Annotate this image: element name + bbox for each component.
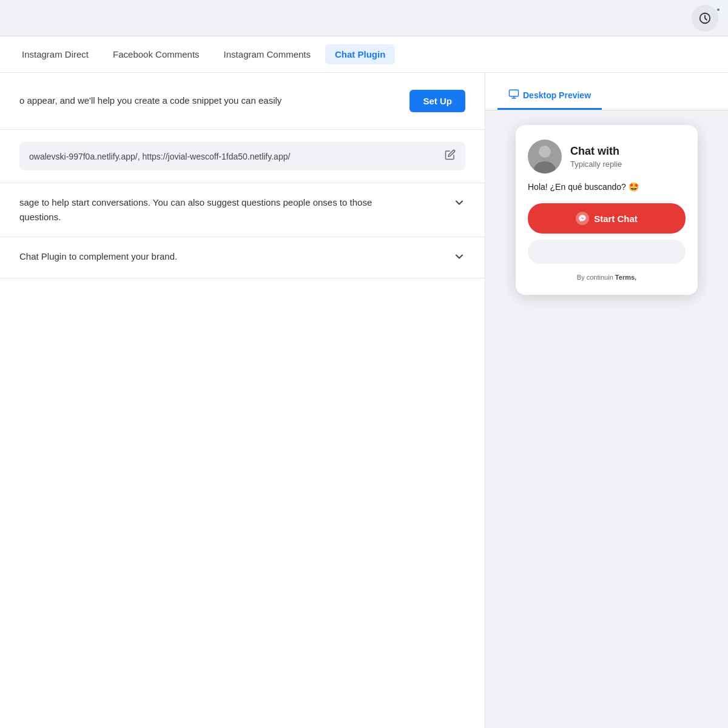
greeting-text: Hola! ¿En qué buscando? 🤩 <box>528 181 686 194</box>
tab-instagram-comments[interactable]: Instagram Comments <box>214 44 320 64</box>
url-value: owalevski-997f0a.netlify.app/, https://j… <box>29 152 440 161</box>
chevron-down-icon[interactable] <box>453 197 465 212</box>
accordion-appearance-text: Chat Plugin to complement your brand. <box>19 249 383 264</box>
chat-agent-name: Chat with <box>570 144 686 158</box>
chat-plugin-card: Chat with Typically replie Hola! ¿En qué… <box>516 125 698 295</box>
preview-content: Chat with Typically replie Hola! ¿En qué… <box>485 110 728 728</box>
setup-description: o appear, and we'll help you create a co… <box>19 94 281 108</box>
start-chat-label: Start Chat <box>594 214 638 224</box>
url-section: owalevski-997f0a.netlify.app/, https://j… <box>0 130 485 183</box>
clock-button[interactable] <box>692 5 718 32</box>
edit-icon[interactable] <box>445 149 456 163</box>
desktop-preview-label: Desktop Preview <box>523 90 591 100</box>
setup-button[interactable]: Set Up <box>410 90 465 112</box>
tab-instagram-direct[interactable]: Instagram Direct <box>12 44 98 64</box>
tab-chat-plugin[interactable]: Chat Plugin <box>325 44 395 64</box>
terms-link[interactable]: Terms, <box>615 274 636 281</box>
terms-text: By continuin Terms, <box>528 272 686 283</box>
avatar <box>528 140 562 174</box>
accordion-greetings-header[interactable]: sage to help start conversations. You ca… <box>19 195 465 224</box>
left-panel: o appear, and we'll help you create a co… <box>0 73 485 728</box>
setup-section: o appear, and we'll help you create a co… <box>0 73 485 130</box>
messenger-icon <box>576 212 589 225</box>
clock-icon <box>698 12 712 25</box>
url-input-row: owalevski-997f0a.netlify.app/, https://j… <box>19 142 465 170</box>
start-chat-button[interactable]: Start Chat <box>528 203 686 234</box>
tab-facebook-comments[interactable]: Facebook Comments <box>103 44 209 64</box>
tab-desktop-preview[interactable]: Desktop Preview <box>497 83 602 110</box>
svg-point-5 <box>539 146 551 158</box>
right-panel: Desktop Preview <box>485 73 728 728</box>
nav-tabs: Instagram Direct Facebook Comments Insta… <box>0 36 728 73</box>
accordion-appearance-header[interactable]: Chat Plugin to complement your brand. <box>19 249 465 266</box>
svg-rect-1 <box>510 90 519 96</box>
accordion-appearance: Chat Plugin to complement your brand. <box>0 237 485 278</box>
preview-tabs: Desktop Preview <box>485 73 728 110</box>
chat-agent-subtitle: Typically replie <box>570 160 686 169</box>
main-layout: o appear, and we'll help you create a co… <box>0 73 728 728</box>
status-dot <box>716 7 721 12</box>
message-input-placeholder[interactable] <box>528 240 686 264</box>
chevron-down-icon-2[interactable] <box>453 251 465 266</box>
accordion-greetings: sage to help start conversations. You ca… <box>0 183 485 237</box>
chat-card-header: Chat with Typically replie <box>528 140 686 174</box>
chat-title-group: Chat with Typically replie <box>570 144 686 169</box>
monitor-icon <box>508 89 519 102</box>
accordion-greetings-text: sage to help start conversations. You ca… <box>19 195 383 224</box>
top-bar <box>0 0 728 36</box>
